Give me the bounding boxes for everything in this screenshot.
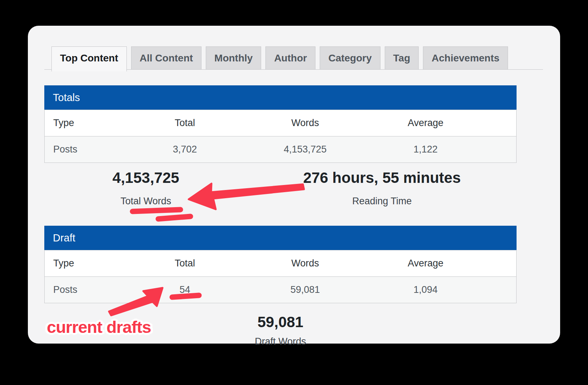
tab-bar: Top Content All Content Monthly Author C… [44, 46, 543, 70]
spacer-cell [486, 250, 517, 277]
totals-table: Type Total Words Average Posts 3,702 4,1… [44, 110, 517, 163]
column-header-type: Type [45, 250, 125, 277]
tab-top-content[interactable]: Top Content [51, 46, 127, 71]
draft-section: Draft Type Total Words Average Posts 54 … [44, 226, 517, 303]
column-header-total: Total [125, 250, 245, 277]
total-words-stat: 4,153,725 Total Words [44, 170, 247, 207]
draft-table: Type Total Words Average Posts 54 59,081… [44, 250, 517, 303]
tab-monthly[interactable]: Monthly [206, 46, 261, 69]
draft-words-value: 59,081 [44, 314, 517, 330]
draft-table-title: Draft [44, 226, 517, 250]
tab-author[interactable]: Author [265, 46, 315, 69]
cell-words: 59,081 [245, 277, 365, 303]
cell-words: 4,153,725 [245, 136, 365, 163]
cell-total: 3,702 [125, 136, 245, 163]
total-words-value: 4,153,725 [44, 170, 247, 186]
column-header-average: Average [365, 250, 486, 277]
column-header-type: Type [45, 110, 125, 136]
totals-header-row: Type Total Words Average [45, 110, 517, 136]
cell-type: Posts [45, 136, 125, 163]
reading-time-stat: 276 hours, 55 minutes Reading Time [247, 170, 517, 207]
totals-section: Totals Type Total Words Average Posts 3,… [44, 85, 517, 163]
totals-posts-row: Posts 3,702 4,153,725 1,122 [45, 136, 517, 163]
cell-type: Posts [45, 277, 125, 303]
reading-time-value: 276 hours, 55 minutes [247, 170, 517, 186]
tab-achievements[interactable]: Achievements [423, 46, 508, 69]
cell-total: 54 [125, 277, 245, 303]
column-header-average: Average [365, 110, 486, 136]
spacer-cell [486, 110, 517, 136]
total-words-label: Total Words [44, 196, 247, 207]
spacer-cell [486, 136, 517, 163]
draft-words-label: Draft Words [44, 336, 517, 347]
stats-card: Top Content All Content Monthly Author C… [28, 26, 560, 344]
reading-time-label: Reading Time [247, 196, 517, 207]
draft-summary: 59,081 Draft Words [44, 314, 517, 347]
column-header-words: Words [245, 250, 365, 277]
draft-posts-row: Posts 54 59,081 1,094 [45, 277, 517, 303]
cell-average: 1,122 [365, 136, 486, 163]
draft-header-row: Type Total Words Average [45, 250, 517, 277]
tab-all-content[interactable]: All Content [131, 46, 201, 69]
spacer-cell [486, 277, 517, 303]
tab-tag[interactable]: Tag [385, 46, 419, 69]
tab-category[interactable]: Category [320, 46, 380, 69]
totals-summary: 4,153,725 Total Words 276 hours, 55 minu… [44, 170, 517, 207]
cell-average: 1,094 [365, 277, 486, 303]
totals-table-title: Totals [44, 85, 517, 110]
column-header-total: Total [125, 110, 245, 136]
column-header-words: Words [245, 110, 365, 136]
